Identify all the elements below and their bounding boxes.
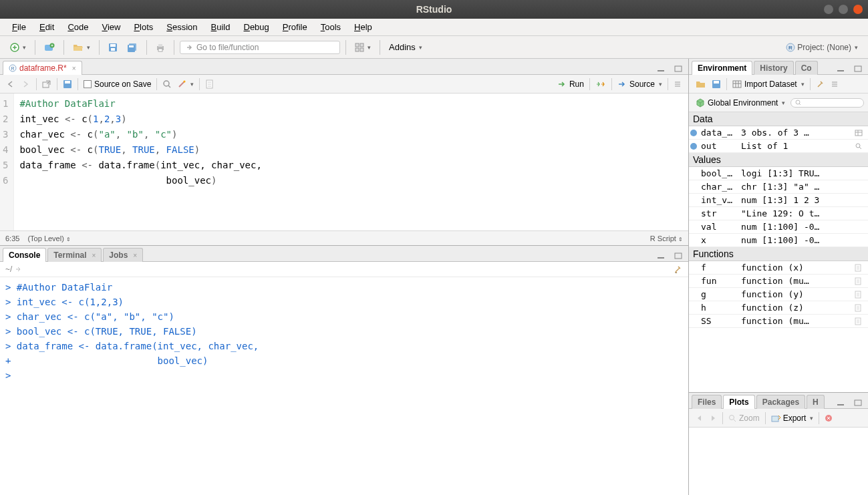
source-on-save-checkbox[interactable]: Source on Save [81, 79, 154, 89]
editor-code-area[interactable]: #Author DataFlairint_vec <- c(1,2,3)char… [14, 94, 688, 230]
maximize-button[interactable] [839, 5, 848, 14]
env-row[interactable]: hfunction (z) [689, 301, 868, 315]
env-tabbar: EnvironmentHistoryCo [689, 59, 868, 75]
pane-minimize-button[interactable] [833, 397, 848, 408]
tab-jobs[interactable]: Jobs× [103, 248, 143, 262]
env-row[interactable]: gfunction (y) [689, 288, 868, 301]
menu-tools[interactable]: Tools [314, 21, 347, 33]
env-row[interactable]: ffunction (x) [689, 261, 868, 275]
menu-build[interactable]: Build [204, 21, 237, 33]
pane-maximize-button[interactable] [671, 63, 686, 74]
tab-terminal[interactable]: Terminal× [47, 248, 102, 262]
tab-console[interactable]: Console [3, 248, 46, 262]
addins-dropdown[interactable]: Addins ▾ [386, 40, 426, 54]
pane-minimize-button[interactable] [654, 63, 668, 74]
svg-rect-15 [360, 48, 364, 51]
tab-packages[interactable]: Packages [756, 395, 805, 409]
source-button[interactable]: Source▾ [615, 79, 665, 89]
tab-co[interactable]: Co [795, 61, 818, 75]
env-row[interactable]: char_…chr [1:3] "a" … [689, 180, 868, 194]
pane-minimize-button[interactable] [833, 63, 848, 74]
tab-history[interactable]: History [754, 61, 793, 75]
menu-edit[interactable]: Edit [33, 21, 61, 33]
tab-environment[interactable]: Environment [692, 61, 752, 75]
env-search-input[interactable] [790, 98, 864, 108]
menu-debug[interactable]: Debug [237, 21, 276, 33]
grid-import-icon [732, 80, 742, 88]
pane-maximize-button[interactable] [671, 251, 686, 261]
menu-help[interactable]: Help [347, 21, 379, 33]
pane-maximize-button[interactable] [851, 63, 865, 74]
code-tools-button[interactable]: ▾ [174, 79, 196, 89]
save-button[interactable] [105, 41, 121, 54]
env-row[interactable]: data_…3 obs. of 3 … [689, 126, 868, 140]
save-all-button[interactable] [124, 41, 141, 54]
zoom-button[interactable]: Zoom [726, 414, 762, 423]
env-row[interactable]: outList of 1 [689, 140, 868, 153]
path-arrow-icon[interactable] [15, 266, 21, 273]
env-row[interactable]: valnum [1:100] -0… [689, 220, 868, 234]
menu-session[interactable]: Session [160, 21, 204, 33]
print-button[interactable] [152, 41, 168, 54]
env-row[interactable]: funfunction (mu… [689, 275, 868, 288]
env-row[interactable]: str"Line 129: O t… [689, 207, 868, 220]
editor-tabbar: R dataframe.R* × [0, 59, 688, 75]
scope-selector[interactable]: (Top Level) ⇕ [27, 234, 70, 242]
clear-workspace-button[interactable] [813, 79, 828, 89]
plots-pane: FilesPlotsPackagesH Zoom Export▾ [689, 393, 868, 495]
menu-code[interactable]: Code [61, 21, 95, 33]
export-button[interactable]: Export▾ [768, 414, 817, 423]
env-row[interactable]: xnum [1:100] -0… [689, 234, 868, 247]
run-button[interactable]: Run [555, 79, 587, 89]
minimize-button[interactable] [824, 5, 833, 14]
editor-content[interactable]: 123456 #Author DataFlairint_vec <- c(1,2… [0, 94, 688, 230]
env-content: Datadata_…3 obs. of 3 …outList of 1Value… [689, 112, 868, 392]
menu-file[interactable]: File [5, 21, 33, 33]
list-view-button[interactable] [828, 80, 841, 88]
arrow-right-icon [186, 44, 192, 51]
close-button[interactable] [853, 5, 863, 14]
tab-h[interactable]: H [807, 395, 825, 409]
env-row[interactable]: bool_…logi [1:3] TRU… [689, 167, 868, 180]
env-row[interactable]: SSfunction (mu… [689, 315, 868, 328]
save-workspace-button[interactable] [709, 79, 724, 89]
main-toolbar: ▾ ▾ Go to file/function [0, 36, 868, 59]
save-file-button[interactable] [60, 79, 75, 89]
cube-icon [696, 98, 705, 108]
tab-close-icon[interactable]: × [72, 65, 76, 72]
grid-view-button[interactable]: ▾ [351, 41, 374, 54]
open-file-button[interactable]: ▾ [69, 41, 94, 54]
menu-plots[interactable]: Plots [127, 21, 160, 33]
broom-icon[interactable] [674, 265, 683, 274]
arrow-left-icon [7, 81, 16, 88]
popout-icon [42, 80, 51, 88]
find-button[interactable] [160, 79, 174, 89]
remove-plot-button[interactable] [822, 414, 835, 422]
new-project-button[interactable] [41, 41, 58, 54]
svg-rect-44 [855, 400, 861, 405]
console-output[interactable]: > #Author DataFlair> int_vec <- c(1,2,3)… [0, 277, 688, 495]
pane-minimize-button[interactable] [654, 251, 668, 261]
env-row[interactable]: int_v…num [1:3] 1 2 3 [689, 194, 868, 207]
import-dataset-button[interactable]: Import Dataset▾ [730, 79, 807, 89]
new-file-button[interactable]: ▾ [7, 41, 29, 54]
goto-file-function-input[interactable]: Go to file/function [180, 41, 340, 54]
compile-report-button[interactable] [202, 79, 216, 89]
show-in-new-window-button[interactable] [39, 80, 54, 88]
global-env-selector[interactable]: Global Environment▾ [693, 98, 788, 108]
forward-button[interactable] [19, 81, 33, 88]
project-selector[interactable]: R Project: (None) ▾ [782, 41, 861, 54]
back-button[interactable] [4, 81, 19, 88]
tab-files[interactable]: Files [692, 395, 722, 409]
menu-profile[interactable]: Profile [276, 21, 314, 33]
rerun-button[interactable] [593, 81, 609, 88]
menu-view[interactable]: View [95, 21, 127, 33]
outline-button[interactable] [671, 80, 684, 88]
file-type-selector[interactable]: R Script ⇕ [650, 234, 683, 242]
tab-plots[interactable]: Plots [723, 395, 754, 409]
plot-next-button[interactable] [706, 415, 720, 422]
plot-prev-button[interactable] [693, 415, 706, 422]
pane-maximize-button[interactable] [851, 397, 865, 408]
load-workspace-button[interactable] [693, 79, 709, 89]
editor-tab-dataframe[interactable]: R dataframe.R* × [3, 61, 82, 75]
